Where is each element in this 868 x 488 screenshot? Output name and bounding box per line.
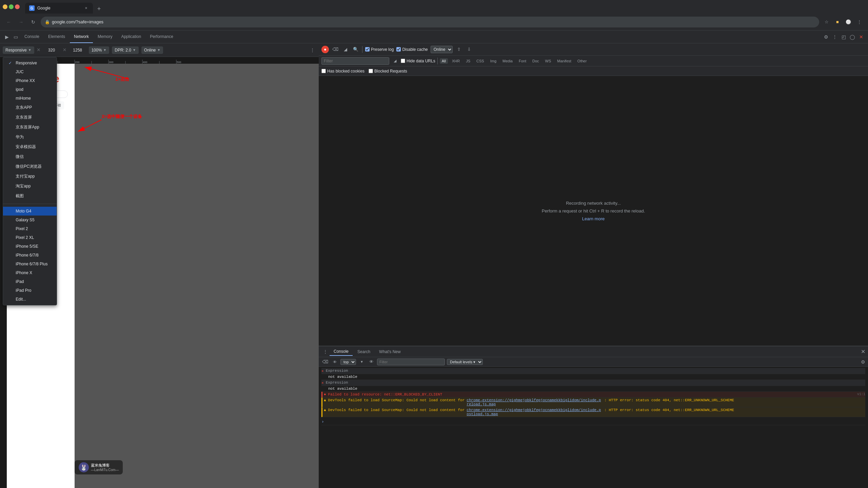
dropdown-item-wechat-pc[interactable]: ✓ 微信PC浏览器 xyxy=(3,162,57,171)
tab-google[interactable]: G Google × xyxy=(25,3,93,14)
devtools-dock-icon[interactable]: ◰ xyxy=(840,33,848,41)
devtools-undock-icon[interactable]: ◯ xyxy=(848,33,856,41)
learn-more-link[interactable]: Learn more xyxy=(582,216,605,221)
network-selector[interactable]: Online ▼ xyxy=(141,46,163,54)
console-level-selector[interactable]: Default levels ▾ xyxy=(447,359,483,365)
bookmark-icon[interactable]: ☆ xyxy=(822,17,831,27)
filter-toggle-button[interactable]: ◢ xyxy=(342,46,349,53)
warning-link2[interactable]: chrome-extension://gighmejobklfepjocname… xyxy=(467,408,602,416)
dropdown-item-alipay[interactable]: ✓ 支付宝app xyxy=(3,171,57,181)
devtools-inspect-icon[interactable]: ▶ xyxy=(3,33,11,41)
maximize-button[interactable] xyxy=(9,4,14,9)
devtools-tab-console[interactable]: Console xyxy=(20,30,43,43)
import-icon[interactable]: ⇧ xyxy=(455,46,463,53)
filter-type-js[interactable]: JS xyxy=(464,58,472,64)
back-button[interactable]: ← xyxy=(4,17,14,27)
dropdown-item-taobao[interactable]: ✓ 淘宝app xyxy=(3,181,57,191)
console-menu-icon[interactable]: ⋮ xyxy=(321,348,329,355)
has-blocked-cookies-checkbox[interactable] xyxy=(321,69,326,73)
preserve-log-checkbox[interactable] xyxy=(365,47,370,52)
minimize-button[interactable] xyxy=(3,4,7,9)
dropdown-item-ipad[interactable]: ✓ iPad xyxy=(3,277,57,286)
console-context-selector[interactable]: top xyxy=(340,359,356,365)
console-close-button[interactable]: ✕ xyxy=(861,348,865,355)
filter-type-all[interactable]: All xyxy=(440,58,448,64)
filter-type-img[interactable]: Img xyxy=(488,58,498,64)
filter-type-xhr[interactable]: XHR xyxy=(450,58,462,64)
dropdown-item-iphonexx[interactable]: ✓ iPhone XX xyxy=(3,76,57,85)
tab-close-button[interactable]: × xyxy=(83,5,89,11)
dropdown-item-ipod[interactable]: ✓ ipod xyxy=(3,85,57,94)
filter-type-css[interactable]: CSS xyxy=(474,58,486,64)
height-input[interactable] xyxy=(69,48,86,53)
dpr-selector[interactable]: DPR: 2.0 ▼ xyxy=(112,46,139,54)
dropdown-item-pixel2xl[interactable]: ✓ Pixel 2 XL xyxy=(3,233,57,242)
devtools-tab-application[interactable]: Application xyxy=(117,30,145,43)
console-tab-search[interactable]: Search xyxy=(353,348,374,355)
filter-type-media[interactable]: Media xyxy=(500,58,515,64)
close-button[interactable] xyxy=(15,4,20,9)
blocked-requests-checkbox[interactable] xyxy=(369,69,373,73)
dropdown-item-wechat[interactable]: ✓ 微信 xyxy=(3,152,57,162)
clear-button[interactable]: ⌫ xyxy=(332,46,339,53)
filter-type-font[interactable]: Font xyxy=(517,58,528,64)
console-context-expand-icon[interactable]: ▼ xyxy=(358,358,366,366)
filter-type-manifest[interactable]: Manifest xyxy=(555,58,573,64)
console-eye-icon[interactable]: 👁 xyxy=(331,358,338,366)
console-input[interactable] xyxy=(326,419,865,423)
dropdown-item-jdapp[interactable]: ✓ 京东APP xyxy=(3,103,57,113)
preserve-log-group[interactable]: Preserve log xyxy=(365,47,394,52)
zoom-selector[interactable]: 100% ▼ xyxy=(89,46,110,54)
dropdown-item-mihome[interactable]: ✓ miHome xyxy=(3,94,57,103)
forward-button[interactable]: → xyxy=(16,17,26,27)
filter-type-doc[interactable]: Doc xyxy=(530,58,541,64)
dropdown-item-iphone5se[interactable]: ✓ iPhone 5/SE xyxy=(3,242,57,251)
dropdown-item-huawei[interactable]: ✓ 华为 xyxy=(3,132,57,142)
dropdown-item-galaxys5[interactable]: ✓ Galaxy S5 xyxy=(3,216,57,224)
width-input[interactable] xyxy=(43,48,60,53)
menu-icon[interactable]: ⋮ xyxy=(854,17,864,27)
filter-options-icon[interactable]: ◢ xyxy=(391,57,399,65)
dropdown-item-iphone678[interactable]: ✓ iPhone 6/7/8 xyxy=(3,251,57,260)
url-bar[interactable]: 🔒 google.com/?safe=images xyxy=(41,17,819,27)
console-filter-input[interactable] xyxy=(377,359,445,365)
disable-cache-checkbox[interactable] xyxy=(396,47,401,52)
dropdown-item-pixel2[interactable]: ✓ Pixel 2 xyxy=(3,224,57,233)
dropdown-item-android-emu[interactable]: ✓ 安卓模拟器 xyxy=(3,142,57,152)
filter-type-ws[interactable]: WS xyxy=(543,58,553,64)
dropdown-item-juc[interactable]: ✓ JUC xyxy=(3,67,57,76)
devtools-settings-icon[interactable]: ⚙ xyxy=(822,33,830,41)
devtools-device-icon[interactable]: ▭ xyxy=(12,33,20,41)
responsive-selector[interactable]: Responsive ▼ xyxy=(3,46,34,54)
dropdown-item-edit[interactable]: ✓ Edit... xyxy=(3,295,57,304)
filter-input[interactable] xyxy=(321,57,389,65)
dropdown-item-responsive[interactable]: ✓ Responsive xyxy=(3,59,57,67)
dropdown-item-screenshot[interactable]: ✓ 截图 xyxy=(3,191,57,201)
record-button[interactable]: ● xyxy=(321,46,329,53)
filter-type-other[interactable]: Other xyxy=(575,58,589,64)
throttle-selector[interactable]: Online xyxy=(431,46,453,53)
account-icon[interactable]: ⚪ xyxy=(844,17,853,27)
devtools-close-icon[interactable]: ✕ xyxy=(857,33,865,41)
devtools-tab-network[interactable]: Network xyxy=(70,30,93,43)
blocked-requests-group[interactable]: Blocked Requests xyxy=(369,69,407,74)
disable-cache-group[interactable]: Disable cache xyxy=(396,47,428,52)
devtools-tab-elements[interactable]: Elements xyxy=(44,30,69,43)
console-settings-icon[interactable]: ⚙ xyxy=(861,359,865,365)
dropdown-item-jdscreenapp[interactable]: ✓ 京东首屏App xyxy=(3,122,57,132)
console-eye2-icon[interactable]: 👁 xyxy=(368,358,375,366)
has-blocked-cookies-group[interactable]: Has blocked cookies xyxy=(321,69,364,74)
refresh-button[interactable]: ↻ xyxy=(28,17,38,27)
hide-data-urls-group[interactable]: Hide data URLs xyxy=(401,59,435,63)
console-clear-icon[interactable]: ⌫ xyxy=(321,358,329,366)
dropdown-item-iphone678plus[interactable]: ✓ iPhone 6/7/8 Plus xyxy=(3,260,57,268)
hide-data-urls-checkbox[interactable] xyxy=(401,59,405,63)
search-button[interactable]: 🔍 xyxy=(352,46,359,53)
dropdown-item-jdscreen[interactable]: ✓ 京东首屏 xyxy=(3,113,57,122)
export-icon[interactable]: ⇩ xyxy=(466,46,473,53)
new-tab-button[interactable]: + xyxy=(94,4,104,14)
warning-link1[interactable]: chrome-extension://gighmejobklfepjocname… xyxy=(467,398,602,406)
devtools-tab-memory[interactable]: Memory xyxy=(94,30,116,43)
devtools-tab-performance[interactable]: Performance xyxy=(146,30,177,43)
console-tab-whatsnew[interactable]: What's New xyxy=(375,348,405,355)
